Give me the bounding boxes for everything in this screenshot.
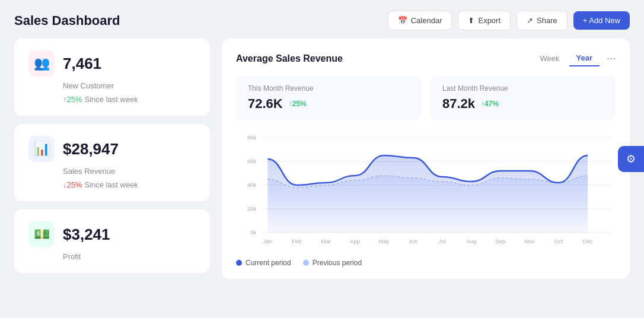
stat-label-customers: New Customer bbox=[63, 81, 196, 90]
stat-change-customers: ↑25% Since last week bbox=[63, 95, 196, 104]
last-month-card: Last Month Revenue 87.2k ↑47% bbox=[431, 76, 616, 120]
share-button[interactable]: ↗ Share bbox=[517, 11, 568, 30]
svg-text:Dec: Dec bbox=[583, 238, 593, 244]
last-month-badge: ↑47% bbox=[481, 100, 499, 108]
last-month-label: Last Month Revenue bbox=[442, 84, 604, 93]
share-label: Share bbox=[537, 16, 557, 25]
tab-week[interactable]: Week bbox=[533, 51, 567, 66]
stat-icon-customers: 👥 bbox=[28, 50, 55, 77]
stat-top-customers: 👥 7,461 bbox=[28, 50, 196, 77]
stat-change-value: ↓25% bbox=[63, 180, 82, 189]
svg-text:May: May bbox=[379, 238, 390, 244]
stat-value-revenue: $28,947 bbox=[63, 140, 119, 158]
right-panel: Average Sales Revenue Week Year ··· This… bbox=[222, 39, 630, 279]
svg-text:Sep: Sep bbox=[495, 238, 505, 244]
svg-text:App: App bbox=[350, 238, 360, 244]
stat-top-profit: 💵 $3,241 bbox=[28, 221, 196, 247]
stat-card-profit: 💵 $3,241 Profit bbox=[14, 209, 210, 273]
svg-text:60k: 60k bbox=[247, 158, 257, 164]
legend-current-label: Current period bbox=[246, 259, 291, 267]
this-month-badge: ↑25% bbox=[289, 100, 307, 108]
share-icon: ↗ bbox=[527, 16, 533, 25]
stat-change-text: Since last week bbox=[85, 95, 138, 104]
svg-text:80k: 80k bbox=[247, 135, 257, 141]
legend-previous-dot bbox=[303, 260, 309, 266]
svg-text:Jan: Jan bbox=[263, 238, 272, 244]
export-label: Export bbox=[478, 16, 500, 25]
stat-icon-revenue: 📊 bbox=[28, 136, 55, 162]
stat-card-customers: 👥 7,461 New Customer ↑25% Since last wee… bbox=[14, 39, 210, 116]
this-month-value: 72.6K bbox=[248, 96, 283, 112]
stat-change-text: Since last week bbox=[85, 180, 138, 189]
header-actions: 📅 Calendar ⬆ Export ↗ Share + Add New bbox=[388, 11, 630, 30]
chart-legend: Current period Previous period bbox=[236, 259, 616, 267]
revenue-cards: This Month Revenue 72.6K ↑25% Last Month… bbox=[236, 76, 616, 120]
legend-previous: Previous period bbox=[303, 259, 362, 267]
svg-text:Jun: Jun bbox=[409, 238, 417, 244]
calendar-button[interactable]: 📅 Calendar bbox=[388, 11, 452, 30]
legend-previous-label: Previous period bbox=[313, 259, 362, 267]
add-new-label: + Add New bbox=[583, 16, 620, 25]
page-title: Sales Dashboard bbox=[14, 13, 120, 28]
calendar-icon: 📅 bbox=[398, 16, 407, 25]
stat-icon-profit: 💵 bbox=[28, 221, 55, 247]
left-panel: 👥 7,461 New Customer ↑25% Since last wee… bbox=[14, 39, 210, 279]
more-options-icon[interactable]: ··· bbox=[607, 52, 616, 65]
this-month-card: This Month Revenue 72.6K ↑25% bbox=[236, 76, 421, 120]
stat-value-customers: 7,461 bbox=[63, 55, 101, 73]
stat-value-profit: $3,241 bbox=[63, 225, 110, 244]
stat-change-revenue: ↓25% Since last week bbox=[63, 180, 196, 189]
settings-button[interactable]: ⚙ bbox=[618, 146, 644, 172]
svg-text:20k: 20k bbox=[247, 206, 257, 212]
export-button[interactable]: ⬆ Export bbox=[458, 11, 511, 30]
chart-tabs: Week Year ··· bbox=[533, 50, 616, 66]
svg-text:Mar: Mar bbox=[321, 238, 331, 244]
this-month-value-row: 72.6K ↑25% bbox=[248, 96, 409, 112]
stat-top-revenue: 📊 $28,947 bbox=[28, 136, 196, 162]
svg-text:Nov: Nov bbox=[524, 238, 534, 244]
svg-text:Feb: Feb bbox=[292, 238, 302, 244]
last-month-value-row: 87.2k ↑47% bbox=[442, 96, 604, 112]
legend-current-dot bbox=[236, 260, 242, 266]
export-icon: ⬆ bbox=[468, 16, 474, 25]
stat-change-value: ↑25% bbox=[63, 95, 82, 104]
legend-current: Current period bbox=[236, 259, 291, 267]
tab-year[interactable]: Year bbox=[569, 50, 600, 66]
this-month-label: This Month Revenue bbox=[248, 84, 409, 93]
chart-header: Average Sales Revenue Week Year ··· bbox=[236, 50, 616, 66]
chart-title: Average Sales Revenue bbox=[236, 53, 343, 64]
header: Sales Dashboard 📅 Calendar ⬆ Export ↗ Sh… bbox=[0, 0, 644, 39]
svg-text:Oct: Oct bbox=[554, 238, 563, 244]
stat-label-profit: Profit bbox=[63, 252, 196, 261]
main-content: 👥 7,461 New Customer ↑25% Since last wee… bbox=[0, 39, 644, 293]
svg-text:Aug: Aug bbox=[466, 238, 476, 244]
stat-label-revenue: Sales Revenue bbox=[63, 167, 196, 176]
svg-text:Jul: Jul bbox=[439, 238, 446, 244]
stat-card-revenue: 📊 $28,947 Sales Revenue ↓25% Since last … bbox=[14, 124, 210, 201]
settings-icon: ⚙ bbox=[626, 152, 636, 166]
add-new-button[interactable]: + Add New bbox=[573, 11, 630, 30]
calendar-label: Calendar bbox=[411, 16, 442, 25]
last-month-value: 87.2k bbox=[442, 96, 475, 112]
revenue-chart: 80k 60k 40k 20k 0k bbox=[236, 132, 616, 250]
chart-area: 80k 60k 40k 20k 0k bbox=[236, 132, 616, 253]
svg-text:0k: 0k bbox=[250, 230, 256, 236]
svg-text:40k: 40k bbox=[247, 182, 257, 188]
